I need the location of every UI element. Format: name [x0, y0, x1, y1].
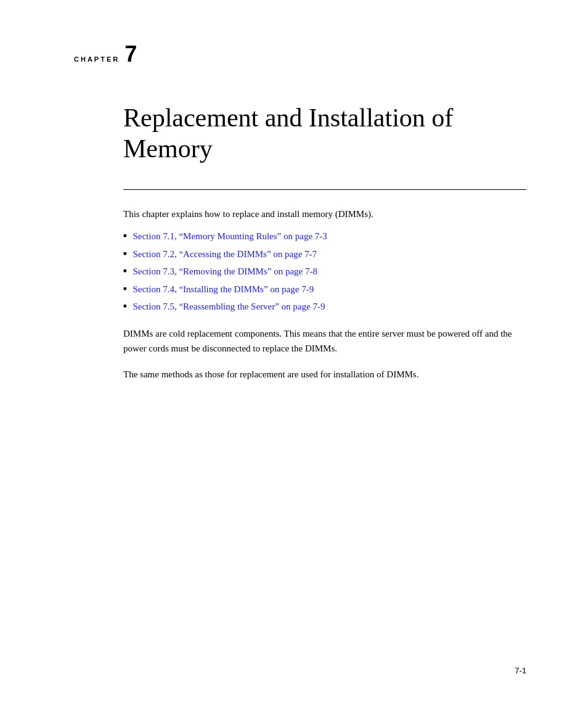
chapter-title: Replacement and Installation of Memory	[123, 102, 526, 165]
list-item: Section 7.3, “Removing the DIMMs” on pag…	[123, 265, 526, 279]
section-7-5-link[interactable]: Section 7.5, “Reassembling the Server” o…	[133, 300, 325, 314]
section-7-1-link[interactable]: Section 7.1, “Memory Mounting Rules” on …	[133, 229, 327, 244]
main-content: This chapter explains how to replace and…	[123, 207, 526, 382]
list-item: Section 7.2, “Accessing the DIMMs” on pa…	[123, 247, 526, 261]
section-7-3-link[interactable]: Section 7.3, “Removing the DIMMs” on pag…	[133, 265, 317, 279]
chapter-label-text: Chapter	[74, 55, 120, 63]
body-paragraph-2: The same methods as those for replacemen…	[123, 367, 526, 382]
body-paragraph-1: DIMMs are cold replacement components. T…	[123, 326, 526, 356]
section-divider	[123, 189, 526, 190]
chapter-header: Chapter 7	[74, 43, 526, 65]
list-item: Section 7.5, “Reassembling the Server” o…	[123, 300, 526, 314]
intro-paragraph: This chapter explains how to replace and…	[123, 207, 526, 221]
chapter-number: 7	[125, 43, 137, 65]
page-number: 7-1	[515, 666, 526, 675]
section-7-2-link[interactable]: Section 7.2, “Accessing the DIMMs” on pa…	[133, 247, 317, 261]
list-item: Section 7.1, “Memory Mounting Rules” on …	[123, 229, 526, 244]
page: Chapter 7 Replacement and Installation o…	[0, 0, 588, 706]
section-links-list: Section 7.1, “Memory Mounting Rules” on …	[123, 229, 526, 314]
section-7-4-link[interactable]: Section 7.4, “Installing the DIMMs” on p…	[133, 282, 314, 297]
list-item: Section 7.4, “Installing the DIMMs” on p…	[123, 282, 526, 297]
